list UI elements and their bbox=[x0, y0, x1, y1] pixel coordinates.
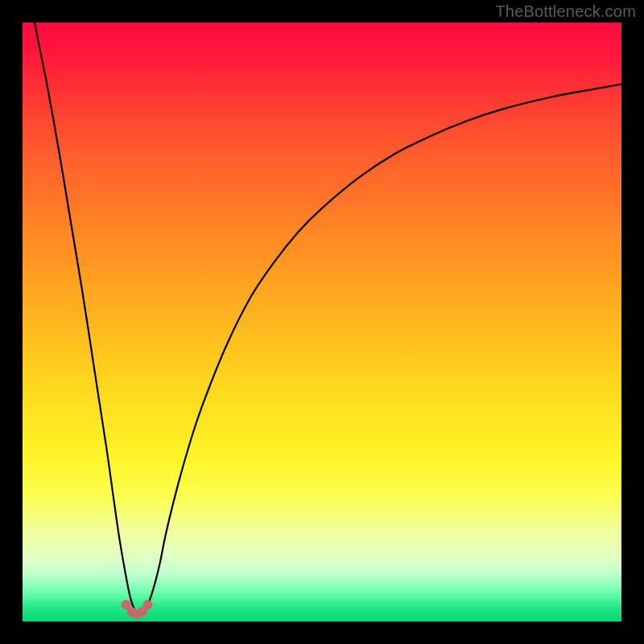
minimum-marker-dots bbox=[122, 600, 153, 619]
curve-layer bbox=[23, 23, 621, 621]
marker-dot bbox=[143, 600, 153, 609]
watermark-text: TheBottleneck.com bbox=[495, 2, 636, 21]
bottleneck-curve bbox=[35, 23, 621, 614]
chart-frame: TheBottleneck.com bbox=[0, 0, 644, 644]
plot-area bbox=[23, 23, 621, 621]
